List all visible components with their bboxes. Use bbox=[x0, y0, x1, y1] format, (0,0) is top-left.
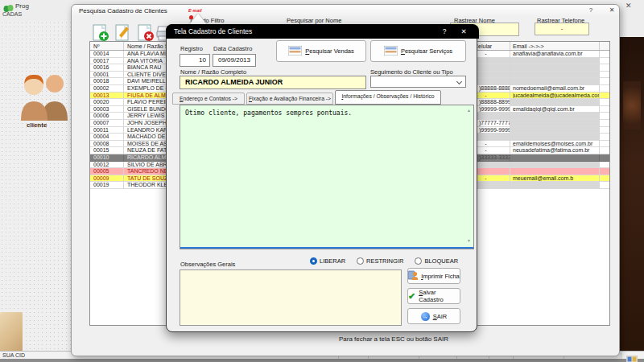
radio-icon bbox=[415, 257, 422, 265]
radio-liberar[interactable]: LIBERAR bbox=[310, 257, 345, 265]
cell-filler bbox=[600, 182, 609, 189]
tab-fixacao-avaliacao[interactable]: Fixação e Avaliação Financeira -> bbox=[246, 93, 333, 105]
cell-email bbox=[510, 168, 600, 175]
screen: Prog CADAS cliente ✕ SUA CID Pesquisa Ca… bbox=[0, 0, 644, 362]
cell-filler bbox=[600, 127, 609, 134]
data-cadastro-field[interactable]: 09/09/2013 bbox=[213, 54, 256, 67]
new-record-button[interactable] bbox=[92, 24, 109, 42]
sidebar-item-cliente-label: cliente bbox=[27, 121, 47, 129]
radio-icon bbox=[310, 257, 317, 265]
search-window-title: Pesquisa Cadastro de Clientes bbox=[79, 7, 167, 14]
memo-underline bbox=[180, 247, 473, 249]
imprimir-ficha-label: Imprimir Ficha bbox=[421, 273, 460, 280]
cell-email bbox=[510, 58, 600, 65]
cell-num: 00013 bbox=[90, 93, 124, 100]
nome-completo-input[interactable]: RICARDO ALMEIDA JUNIOR bbox=[180, 76, 366, 89]
tab-endereco-contatos[interactable]: Endereço e Contatos -> bbox=[172, 93, 245, 105]
pesquisar-servicos-button[interactable]: Pesquisar Serviços bbox=[370, 40, 466, 62]
exit-arrow-icon: → bbox=[421, 312, 430, 321]
radio-restringir[interactable]: RESTRINGIR bbox=[357, 257, 403, 265]
cell-email: nomedoemail@email.com.br bbox=[510, 85, 600, 93]
cell-email: emaildemoises@moises.com.br bbox=[510, 141, 600, 148]
cell-filler bbox=[600, 175, 609, 183]
cell-filler bbox=[600, 162, 609, 169]
nome-completo-label: Nome / Razão Completo bbox=[180, 68, 246, 76]
search-window-help-button[interactable]: ? bbox=[585, 6, 597, 14]
header-num[interactable]: Nº bbox=[90, 42, 124, 50]
cell-filler bbox=[600, 141, 609, 148]
cell-email bbox=[510, 64, 600, 72]
cell-email bbox=[510, 162, 600, 169]
cell-email bbox=[510, 127, 600, 134]
info-memo[interactable]: Otimo cliente, pagamentos sempres pontua… bbox=[180, 105, 474, 249]
dialog-help-button[interactable]: ? bbox=[438, 27, 451, 35]
dialog-title: Tela Cadastro de Clientes bbox=[174, 27, 252, 35]
delete-record-button[interactable] bbox=[137, 24, 155, 42]
pesquisar-vendas-label: Pesquisar Vendas bbox=[305, 47, 353, 55]
app-close-icon[interactable]: ✕ bbox=[625, 2, 632, 10]
rastrear-telefone-input[interactable]: - bbox=[535, 23, 589, 35]
cell-num: 00003 bbox=[90, 106, 124, 113]
cell-num: 00011 bbox=[90, 127, 124, 134]
cell-num: 00017 bbox=[90, 58, 124, 65]
scroll-down-icon[interactable]: ▼ bbox=[467, 238, 471, 243]
cell-filler bbox=[600, 78, 609, 85]
radio-bloquear[interactable]: BLOQUEAR bbox=[415, 257, 458, 265]
cell-filler bbox=[600, 72, 609, 79]
edit-record-button[interactable] bbox=[114, 24, 132, 42]
cell-email bbox=[510, 113, 600, 120]
cell-num: 00002 bbox=[90, 85, 124, 93]
cell-email bbox=[510, 182, 600, 189]
cell-num: 00019 bbox=[90, 182, 124, 189]
imprimir-ficha-button[interactable]: Imprimir Ficha bbox=[407, 268, 460, 284]
cell-num: 00014 bbox=[90, 51, 124, 58]
scroll-up-icon[interactable]: ▲ bbox=[467, 108, 471, 113]
app-menu-item[interactable]: CADAS bbox=[2, 11, 22, 17]
cell-email: anaflavia@anaflavia.com.br bbox=[510, 51, 600, 58]
header-email[interactable]: Email ->->-> bbox=[510, 42, 600, 50]
dialog-close-button[interactable]: ✕ bbox=[457, 27, 470, 35]
search-window-close-button[interactable]: ✕ bbox=[606, 6, 617, 14]
cell-email bbox=[510, 154, 600, 162]
salvar-cadastro-button[interactable]: ✔ Salvar Cadastro bbox=[407, 288, 460, 304]
statusbar-image-icon bbox=[626, 352, 638, 362]
cell-num: 00018 bbox=[90, 78, 124, 85]
cell-filler bbox=[600, 99, 609, 106]
list-icon bbox=[288, 46, 302, 57]
check-icon: ✔ bbox=[408, 292, 415, 301]
cell-num: 00007 bbox=[90, 120, 124, 127]
clients-people-icon[interactable] bbox=[18, 71, 69, 124]
cell-filler bbox=[600, 147, 609, 154]
cell-filler bbox=[600, 113, 609, 120]
cell-num: 00015 bbox=[90, 147, 124, 154]
data-cadastro-label: Data Cadastro bbox=[213, 45, 252, 52]
pesquisar-servicos-label: Pesquisar Serviços bbox=[401, 47, 452, 55]
cell-email bbox=[510, 99, 600, 106]
radio-icon bbox=[357, 257, 364, 265]
cell-email: meuemail@email.com.b bbox=[510, 175, 600, 183]
registro-field[interactable]: 10 bbox=[180, 54, 210, 67]
cell-num: 00005 bbox=[90, 168, 124, 175]
seguimento-select[interactable] bbox=[370, 76, 466, 88]
cell-num: 00001 bbox=[90, 72, 124, 79]
cell-filler bbox=[600, 106, 609, 113]
chevron-down-icon bbox=[456, 79, 462, 84]
cell-filler bbox=[600, 58, 609, 65]
client-record-dialog: Tela Cadastro de Clientes ? ✕ Registro 1… bbox=[166, 24, 477, 332]
cell-email bbox=[510, 72, 600, 79]
sair-button[interactable]: → SAIR bbox=[407, 308, 460, 324]
observacoes-gerais-memo[interactable] bbox=[180, 269, 402, 326]
background-photo-strip bbox=[620, 37, 644, 351]
tab-informacoes-observacoes[interactable]: Informações / Observações / Histórico bbox=[335, 90, 441, 105]
app-window-title: Prog bbox=[15, 2, 29, 10]
statusbar-city-text: SUA CID bbox=[2, 352, 25, 358]
dialog-titlebar[interactable]: Tela Cadastro de Clientes ? ✕ bbox=[166, 24, 479, 39]
cell-filler bbox=[600, 51, 609, 58]
pesquisar-vendas-button[interactable]: Pesquisar Vendas bbox=[276, 40, 366, 62]
screen-bottom-edge bbox=[0, 359, 644, 362]
cell-num: 00010 bbox=[90, 154, 124, 162]
cell-num: 00016 bbox=[90, 64, 124, 72]
cell-filler bbox=[600, 120, 609, 127]
search-window-titlebar[interactable]: Pesquisa Cadastro de Clientes ? ✕ bbox=[72, 5, 619, 17]
cell-filler bbox=[600, 168, 609, 175]
